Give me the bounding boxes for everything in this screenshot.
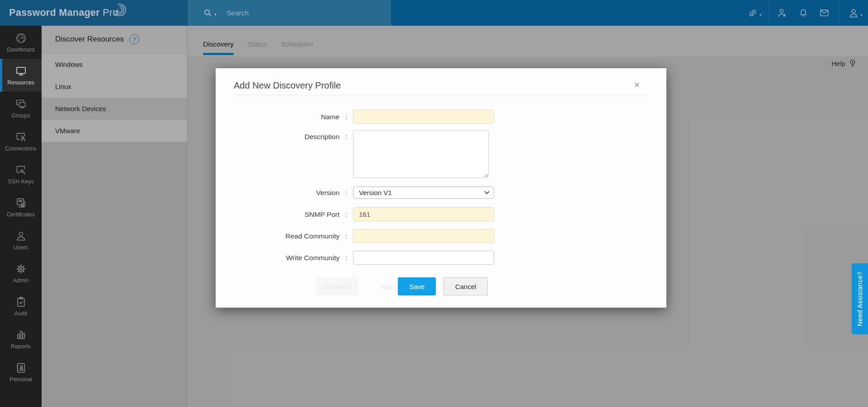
snmp-port-field[interactable] [353,207,494,221]
name-label: Name [216,112,340,122]
write-community-field[interactable] [353,251,494,265]
search-scope-caret-icon[interactable]: ▾ [214,12,217,17]
cancel-button[interactable]: Cancel [443,277,488,295]
admin-user-star-icon[interactable] [776,7,788,19]
description-label: Description [216,130,340,141]
gear-icon [15,263,27,275]
sidebar-item-dashboard[interactable]: Dashboard [0,26,42,59]
need-assistance-tab[interactable]: Need Assistance? [852,263,868,334]
sidebar-item-label: Certificates [7,211,35,218]
brand-name-bold: Password Manager [9,7,100,18]
save-button[interactable]: Save [398,277,436,295]
logo-swoosh-icon [112,1,130,18]
password-manager-pro-app: Password Manager Pro ▾ [0,0,868,407]
read-community-field[interactable] [353,229,494,243]
version-label: Version [216,188,340,197]
form-row-description: Description : [216,130,666,178]
mail-envelope-icon[interactable] [819,7,830,19]
version-select-wrap: Version V1 [353,187,494,199]
modal-title: Add New Discovery Profile [234,80,648,91]
brand-logo-text: Password Manager Pro [9,7,118,19]
sidebar-item-label: SSH Keys [8,178,34,185]
sidebar-item-label: Groups [12,112,30,119]
topbar-divider [769,0,769,26]
form-row-write-community: Write Community : [216,251,666,265]
version-select[interactable]: Version V1 [353,187,494,199]
caret-down-icon: ▾ [860,13,863,17]
bleed-through-add-link: Add [373,283,392,290]
label-colon: : [340,113,353,121]
sidebar-item-label: Audit [14,310,28,317]
modal-header: Add New Discovery Profile ✕ [216,68,666,91]
topbar-divider [839,0,839,26]
sidebar-item-groups[interactable]: Groups [0,92,42,125]
monitor-icon [15,65,27,77]
read-community-label: Read Community [216,232,340,241]
sidebar-item-label: Dashboard [7,47,34,53]
monitor-satellite-icon [15,131,27,143]
modal-title-divider [234,95,648,95]
sidebar-item-resources[interactable]: Resources [0,59,42,92]
address-book-icon [15,362,27,374]
sidebar-item-label: Reports [11,343,31,350]
gauge-icon [15,32,27,44]
bar-chart-icon [15,329,27,341]
sidebar-item-admin[interactable]: Admin [0,257,42,290]
caret-down-icon: ▾ [760,13,762,17]
sidebar-item-label: Admin [13,277,28,284]
need-assistance-label: Need Assistance? [856,271,863,326]
sidebar-item-users[interactable]: Users [0,224,42,257]
discovery-profile-form: Name : Description : Version : Version V… [216,110,666,295]
label-colon: : [340,189,353,196]
certificate-icon [15,197,27,209]
topbar-icon-group: ▾ [747,0,868,26]
name-field[interactable] [353,110,494,124]
sidebar-item-label: Connections [5,145,37,152]
form-row-snmp-port: SNMP Port : [216,207,666,221]
label-colon: : [340,232,353,240]
primary-sidebar: Dashboard Resources Groups Connections [0,26,42,407]
global-search-bar: ▾ [188,0,391,26]
sidebar-item-label: Personal [9,376,32,383]
close-icon[interactable]: ✕ [633,80,641,91]
bleed-through-discover-button: Discover [317,277,358,295]
sidebar-item-connections[interactable]: Connections [0,125,42,158]
profile-user-icon[interactable]: ▾ [848,7,863,19]
sidebar-item-ssh-keys[interactable]: SSH Keys [0,158,42,191]
write-community-label: Write Community [216,253,340,262]
search-input[interactable] [226,9,361,18]
sidebar-item-certificates[interactable]: Certificates [0,191,42,224]
form-row-version: Version : Version V1 [216,187,666,199]
label-colon: : [340,254,353,262]
snmp-port-label: SNMP Port [216,210,340,219]
search-icon[interactable]: ▾ [203,8,217,19]
label-colon: : [340,211,353,218]
top-bar: Password Manager Pro ▾ [0,0,868,26]
sidebar-item-audit[interactable]: Audit [0,290,42,323]
add-discovery-profile-modal: Add New Discovery Profile ✕ Name : Descr… [216,68,666,308]
modal-button-row: Discover Add Save Cancel [216,277,666,295]
form-row-name: Name : [216,110,666,124]
clipboard-check-icon [15,296,27,308]
sidebar-item-label: Resources [7,80,34,86]
monitor-group-icon [15,98,27,110]
label-colon: : [340,130,353,140]
sidebar-item-label: Users [14,244,28,251]
monitor-key-icon [15,164,27,176]
notifications-bell-icon[interactable] [798,8,809,19]
sidebar-item-personal[interactable]: Personal [0,356,42,388]
brand-logo[interactable]: Password Manager Pro [0,0,188,26]
form-row-read-community: Read Community : [216,229,666,243]
sidebar-item-reports[interactable]: Reports [0,323,42,356]
password-access-link-icon[interactable]: ▾ [747,7,762,19]
description-field[interactable] [353,130,489,178]
person-icon [15,230,27,242]
